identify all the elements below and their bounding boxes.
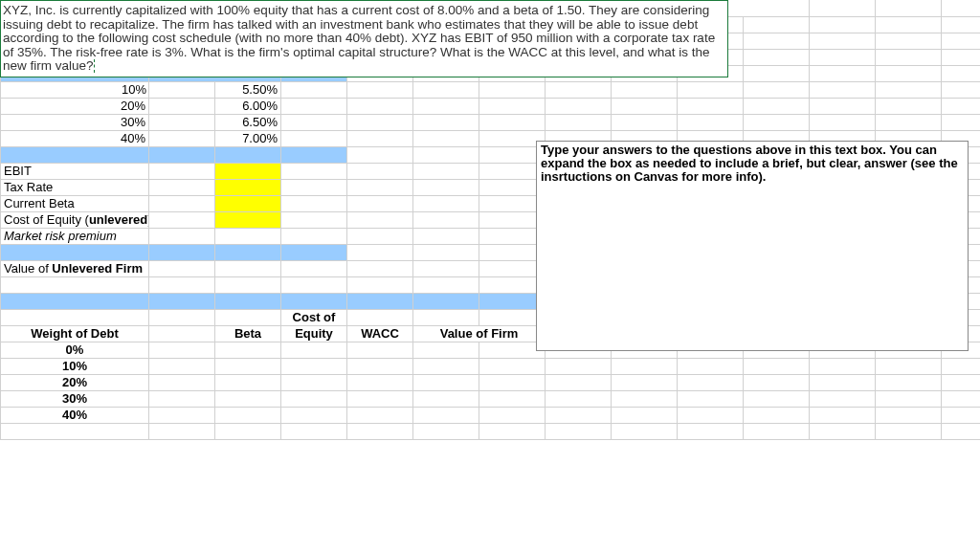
cell: 40% bbox=[1, 407, 149, 423]
cell: 20% bbox=[1, 374, 149, 390]
cell: 30% bbox=[1, 390, 149, 407]
label-current-beta: Current Beta bbox=[1, 195, 149, 211]
ebit-input-cell[interactable] bbox=[215, 163, 281, 179]
answer-instruction-text: Type your answers to the questions above… bbox=[541, 143, 958, 184]
calc-row[interactable]: 20% bbox=[1, 374, 981, 390]
cell: 20% bbox=[4, 99, 145, 113]
col-equity: Equity bbox=[281, 325, 347, 342]
col-value-firm: Value of Firm bbox=[413, 325, 546, 342]
question-text-box[interactable]: XYZ, Inc. is currently capitalized with … bbox=[0, 0, 728, 77]
answer-text-box[interactable]: Type your answers to the questions above… bbox=[536, 141, 969, 351]
cell: 30% bbox=[4, 115, 145, 129]
cell: 10% bbox=[1, 358, 149, 374]
cell: 7.00% bbox=[215, 130, 281, 146]
calc-row[interactable]: 40% bbox=[1, 407, 981, 423]
cell: 0% bbox=[1, 342, 149, 358]
spreadsheet-sheet: XYZ, Inc. is currently capitalized with … bbox=[0, 0, 980, 552]
cell: 40% bbox=[4, 131, 145, 145]
tax-rate-input-cell[interactable] bbox=[215, 179, 281, 195]
label-val-unlev: Value of Unlevered Firm bbox=[1, 260, 149, 276]
calc-row[interactable]: 10% bbox=[1, 358, 981, 374]
cost-schedule-row[interactable]: 10% 5.50% bbox=[1, 81, 981, 98]
label-tax-rate: Tax Rate bbox=[1, 179, 149, 195]
current-beta-input-cell[interactable] bbox=[215, 195, 281, 211]
cell: 10% bbox=[4, 82, 146, 97]
cost-schedule-row[interactable]: 20% 6.00% bbox=[1, 98, 981, 114]
grid-row[interactable] bbox=[1, 423, 981, 439]
cell: 6.50% bbox=[215, 114, 281, 130]
cell: 5.50% bbox=[215, 81, 281, 98]
col-wacc: WACC bbox=[347, 325, 413, 342]
label-cost-equity-unlev: Cost of Equity (unlevered) bbox=[1, 211, 149, 228]
label-mrp: Market risk premium bbox=[1, 228, 149, 244]
cost-schedule-row[interactable]: 30% 6.50% bbox=[1, 114, 981, 130]
col-cost-of: Cost of bbox=[281, 309, 347, 325]
text-cursor bbox=[94, 59, 95, 73]
col-weight-debt: Weight of Debt bbox=[1, 325, 149, 342]
cell: 6.00% bbox=[215, 98, 281, 114]
calc-row[interactable]: 30% bbox=[1, 390, 981, 407]
question-text: XYZ, Inc. is currently capitalized with … bbox=[3, 3, 715, 73]
label-ebit: EBIT bbox=[1, 163, 149, 179]
col-beta: Beta bbox=[215, 325, 281, 342]
cost-equity-unlev-input-cell[interactable] bbox=[215, 211, 281, 228]
